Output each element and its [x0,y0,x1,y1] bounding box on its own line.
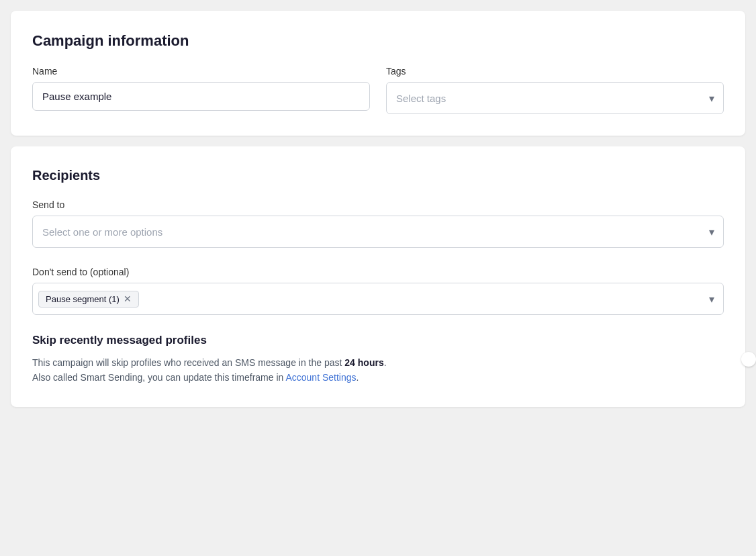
chip-label: Pause segment (1) [46,294,120,304]
chip-remove-button[interactable]: ✕ [124,294,132,304]
skip-description: This campaign will skip profiles who rec… [32,355,387,385]
send-to-select[interactable]: Select one or more options [32,216,724,248]
skip-title: Skip recently messaged profiles [32,334,724,347]
pause-segment-chip: Pause segment (1) ✕ [38,291,139,308]
skip-section: Skip recently messaged profiles This cam… [32,334,724,385]
tags-placeholder: Select tags [396,93,446,104]
dont-send-label: Don't send to (optional) [32,267,724,277]
skip-desc-line2-part2: . [357,372,359,383]
campaign-info-title: Campaign information [32,32,724,50]
recipients-card: Recipients Send to Select one or more op… [11,146,745,407]
tags-select-wrapper: Select tags ▾ [386,82,724,114]
tags-label: Tags [386,66,724,77]
skip-desc-line2-part1: Also called Smart Sending, you can updat… [32,372,285,383]
dont-send-select-wrapper: Pause segment (1) ✕ ▾ [32,283,724,315]
name-field-group: Name [32,66,370,111]
tags-field-group: Tags Select tags ▾ [386,66,724,114]
send-to-label: Send to [32,199,724,210]
account-settings-link[interactable]: Account Settings [285,372,356,383]
tags-select[interactable]: Select tags [386,82,724,114]
skip-row: This campaign will skip profiles who rec… [32,355,724,385]
send-to-placeholder: Select one or more options [42,226,162,238]
name-label: Name [32,66,370,77]
send-to-block: Send to Select one or more options ▾ [32,199,724,248]
dont-send-select[interactable]: Pause segment (1) ✕ [32,283,724,315]
campaign-name-input[interactable] [32,82,370,111]
skip-desc-part1: This campaign will skip profiles who rec… [32,357,344,368]
recipients-title: Recipients [32,168,724,183]
dont-send-block: Don't send to (optional) Pause segment (… [32,267,724,315]
skip-highlight: 24 hours [344,357,383,368]
skip-desc-part2: . [384,357,387,368]
send-to-select-wrapper: Select one or more options ▾ [32,216,724,248]
campaign-information-card: Campaign information Name Tags Select ta… [11,11,745,136]
